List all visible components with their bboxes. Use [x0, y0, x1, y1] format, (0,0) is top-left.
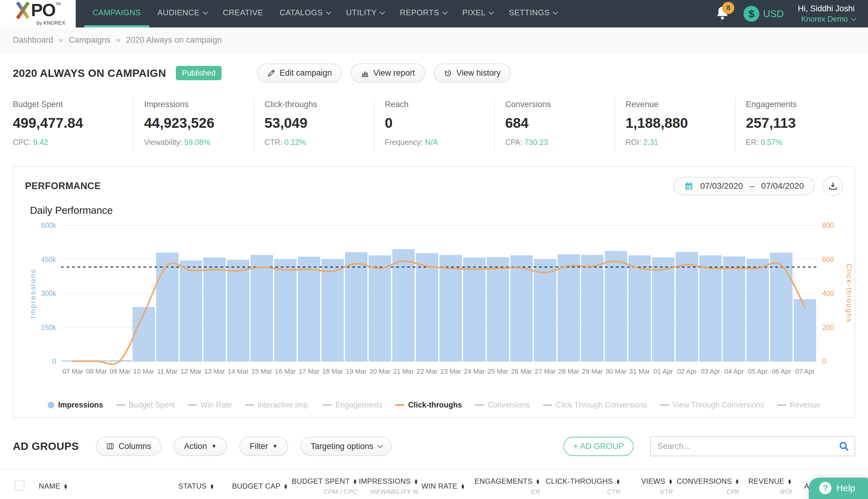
sort-icon[interactable]: ▲▼: [210, 484, 214, 489]
sort-icon[interactable]: ▲▼: [414, 478, 418, 484]
column-header-click-throughs[interactable]: CLICK-THROUGHS▲▼CTR: [540, 469, 620, 499]
column-header-win-rate[interactable]: WIN RATE▲▼: [418, 474, 468, 497]
kpi-sub: CPC: 9.42: [13, 138, 133, 147]
view-report-button[interactable]: View report: [351, 63, 425, 83]
download-report-button[interactable]: [823, 176, 843, 196]
kpi-sub: Viewability: 59.08%: [144, 138, 253, 147]
legend-item-revenue[interactable]: Revenue: [777, 401, 820, 409]
select-all-checkbox[interactable]: [15, 481, 24, 490]
currency-selector[interactable]: $ USD: [744, 6, 784, 22]
legend-item-view-through-conversions[interactable]: View Through Conversions: [660, 401, 764, 409]
legend-dash-icon: [543, 404, 552, 406]
view-history-button[interactable]: View history: [434, 63, 511, 83]
legend-item-win-rate[interactable]: Win Rate: [188, 401, 232, 409]
column-label: CONVERSIONS: [677, 477, 732, 486]
nav-item-creative[interactable]: CREATIVE: [215, 0, 271, 27]
daily-performance-chart[interactable]: 00150k200300k400450k600600k80007 Mar08 M…: [25, 218, 854, 395]
status-badge: Published: [176, 66, 222, 80]
download-icon: [828, 181, 838, 191]
sort-icon[interactable]: ▲▼: [461, 484, 465, 489]
legend-label: View Through Conversions: [673, 401, 764, 409]
date-range-picker[interactable]: 07/03/2020 – 07/04/2020: [673, 177, 815, 195]
sort-icon[interactable]: ▲▼: [668, 478, 673, 484]
legend-item-conversions[interactable]: Conversions: [475, 401, 530, 409]
legend-item-click-through-conversions[interactable]: Click Through Conversions: [543, 401, 647, 409]
ad-groups-header: AD GROUPS Columns Action ▼ Filter ▼ Targ…: [0, 436, 868, 456]
performance-panel: PERFORMANCE 07/03/2020 – 07/04/2020: [13, 166, 855, 418]
svg-text:19 Mar: 19 Mar: [346, 367, 367, 375]
svg-text:30 Mar: 30 Mar: [606, 367, 626, 375]
column-header-impressions[interactable]: IMPRESSIONS▲▼VIEWABILITY %: [357, 469, 418, 499]
legend-item-impressions[interactable]: Impressions: [48, 401, 103, 409]
legend-item-interactive-imp-[interactable]: Interactive Imp.: [245, 401, 310, 409]
column-header-name[interactable]: NAME▲▼: [39, 474, 178, 497]
nav-item-settings[interactable]: SETTINGS: [501, 0, 564, 27]
legend-item-click-throughs[interactable]: Click-throughs: [395, 401, 462, 409]
legend-item-engagements[interactable]: Engagements: [323, 401, 382, 409]
legend-item-budget-spent[interactable]: Budget Spent: [116, 401, 175, 409]
nav-item-label: CAMPAIGNS: [93, 8, 141, 17]
column-header-conversions[interactable]: CONVERSIONS▲▼CPA: [673, 469, 739, 499]
column-header-engagements[interactable]: ENGAGEMENTS▲▼ER: [468, 469, 540, 499]
nav-item-utility[interactable]: UTILITY: [338, 0, 392, 27]
nav-item-label: UTILITY: [346, 8, 377, 17]
column-header-views[interactable]: VIEWS▲▼VTR: [620, 469, 673, 499]
kpi-reach: Reach0Frequency: N/A: [374, 98, 494, 152]
svg-text:01 Apr: 01 Apr: [653, 367, 673, 375]
notifications-button[interactable]: 8: [715, 5, 729, 22]
nav-item-reports[interactable]: REPORTS: [392, 0, 454, 27]
search-icon[interactable]: [838, 440, 850, 453]
pencil-icon: [267, 69, 275, 77]
action-dropdown[interactable]: Action ▼: [174, 437, 227, 456]
legend-label: Conversions: [488, 401, 530, 409]
breadcrumb-separator: »: [116, 35, 121, 45]
column-header-budget-cap[interactable]: BUDGET CAP▲▼: [227, 474, 288, 497]
kpi-sub: CTR: 0.12%: [265, 138, 374, 147]
breadcrumb-item[interactable]: Campaigns: [69, 35, 110, 45]
nav-item-campaigns[interactable]: CAMPAIGNS: [84, 0, 149, 27]
svg-text:150k: 150k: [41, 324, 56, 331]
calendar-icon: [684, 182, 693, 191]
nav-item-label: CATALOGS: [280, 8, 323, 17]
sort-icon[interactable]: ▲▼: [284, 484, 288, 489]
dollar-icon: $: [744, 6, 759, 22]
svg-text:05 Apr: 05 Apr: [748, 367, 768, 375]
sort-icon[interactable]: ▲▼: [787, 478, 792, 484]
column-header-revenue[interactable]: REVENUE▲▼ROI: [739, 469, 792, 499]
brand-logo[interactable]: XPO PO TM by KNOREX: [0, 0, 76, 27]
user-menu[interactable]: Hi, Siddhi Joshi Knorex Demo: [798, 4, 855, 24]
kpi-sub: Frequency: N/A: [385, 138, 494, 147]
svg-text:400: 400: [822, 290, 834, 297]
date-to: 07/04/2020: [761, 181, 804, 191]
svg-text:02 Apr: 02 Apr: [677, 367, 697, 375]
chevron-down-icon: [380, 9, 385, 14]
svg-text:21 Mar: 21 Mar: [393, 367, 414, 375]
svg-text:10 Mar: 10 Mar: [133, 367, 154, 375]
svg-text:31 Mar: 31 Mar: [629, 367, 650, 375]
svg-text:0: 0: [52, 357, 56, 365]
nav-item-pixel[interactable]: PIXEL: [454, 0, 501, 27]
nav-item-audience[interactable]: AUDIENCE: [149, 0, 215, 27]
filter-dropdown[interactable]: Filter ▼: [239, 437, 288, 456]
sort-icon[interactable]: ▲▼: [63, 484, 68, 489]
edit-campaign-button[interactable]: Edit campaign: [257, 63, 342, 83]
svg-text:07 Apr: 07 Apr: [795, 367, 815, 375]
sort-icon[interactable]: ▲▼: [616, 478, 620, 484]
sort-icon[interactable]: ▲▼: [735, 478, 739, 484]
kpi-value: 684: [505, 115, 614, 131]
breadcrumb-item[interactable]: Dashboard: [13, 35, 53, 45]
column-header-status[interactable]: STATUS▲▼: [178, 474, 227, 497]
targeting-options-dropdown[interactable]: Targeting options: [300, 437, 392, 456]
nav-item-catalogs[interactable]: CATALOGS: [271, 0, 338, 27]
column-header-budget-spent[interactable]: BUDGET SPENT▲▼CPM / CPC: [288, 469, 357, 499]
help-button[interactable]: ? Help: [809, 478, 868, 499]
add-ad-group-button[interactable]: + AD GROUP: [563, 437, 634, 456]
kpi-value: 44,923,526: [144, 115, 253, 131]
columns-button[interactable]: Columns: [96, 437, 162, 456]
search-input[interactable]: [650, 436, 855, 456]
sort-icon[interactable]: ▲▼: [536, 478, 540, 484]
date-separator: –: [750, 181, 754, 191]
svg-text:23 Mar: 23 Mar: [440, 367, 461, 375]
sort-icon[interactable]: ▲▼: [353, 478, 357, 484]
column-sub-label: CPM / CPC: [288, 488, 357, 495]
